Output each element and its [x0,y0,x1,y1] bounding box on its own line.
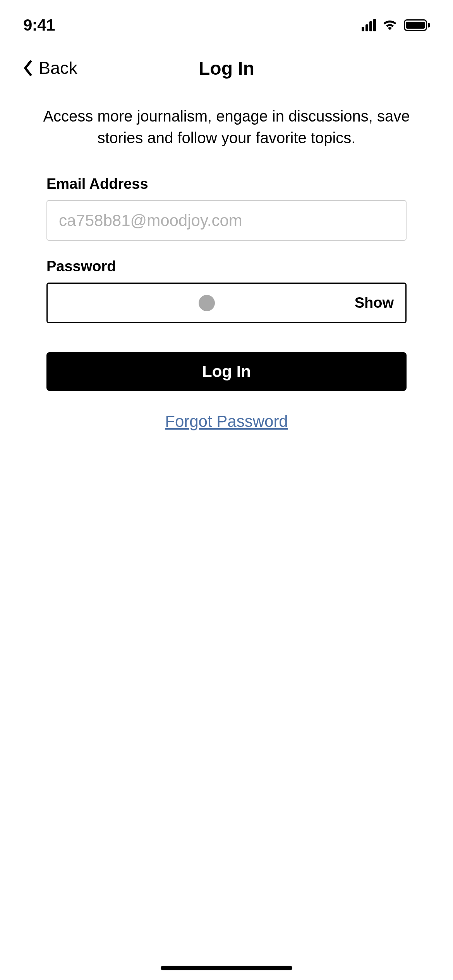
email-field[interactable] [46,200,407,241]
back-button[interactable]: Back [23,58,77,78]
login-button[interactable]: Log In [46,352,407,391]
forgot-password-link[interactable]: Forgot Password [46,412,407,431]
chevron-left-icon [23,60,33,77]
show-password-button[interactable]: Show [355,295,394,311]
status-bar: 9:41 [0,0,453,43]
home-indicator[interactable] [161,966,292,970]
password-group: Password Show [46,258,407,323]
wifi-icon [382,19,398,32]
page-subtitle: Access more journalism, engage in discus… [0,90,453,176]
cellular-signal-icon [362,19,376,31]
status-icons [362,19,430,32]
password-masked-value [59,295,355,311]
status-time: 9:41 [23,16,55,34]
battery-icon [404,19,430,31]
email-group: Email Address [46,176,407,241]
password-label: Password [46,258,407,275]
email-label: Email Address [46,176,407,192]
password-field[interactable]: Show [46,283,407,323]
login-form: Email Address Password Show Log In Forgo… [0,176,453,431]
page-title: Log In [199,58,254,79]
navigation-bar: Back Log In [0,43,453,90]
back-label: Back [39,58,77,78]
